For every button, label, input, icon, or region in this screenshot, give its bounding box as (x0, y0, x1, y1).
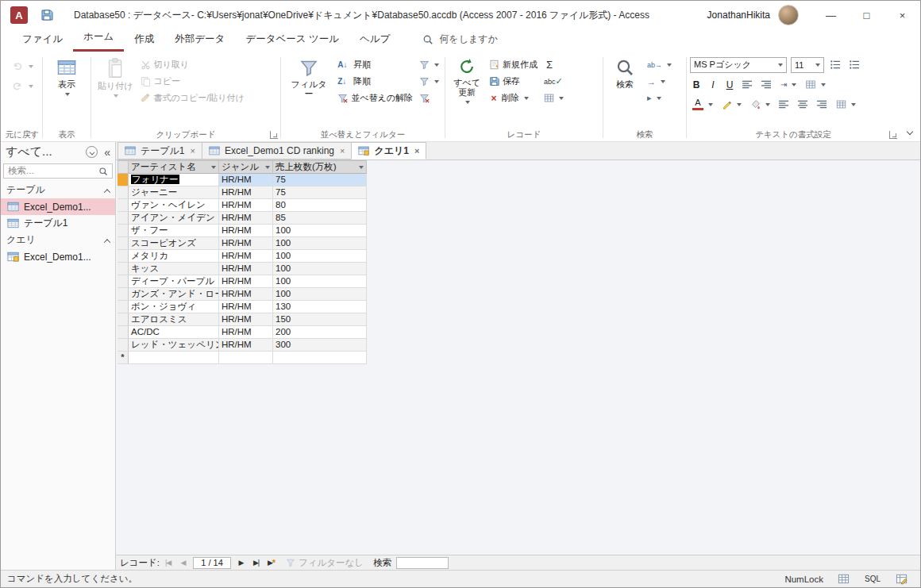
nav-pane-title[interactable]: すべて... (6, 144, 79, 159)
filter-status-button[interactable]: フィルターなし (286, 557, 364, 569)
cut-button[interactable]: 切り取り (138, 56, 247, 73)
bullet-list-button[interactable] (828, 56, 843, 73)
copy-button[interactable]: コピー (138, 73, 247, 90)
table-cell[interactable]: キッス (129, 263, 219, 275)
doc-tab-table1[interactable]: テーブル1 × (118, 142, 202, 159)
record-search-input[interactable] (396, 557, 449, 569)
table-cell[interactable]: 100 (273, 250, 367, 263)
sql-view-button[interactable]: SQL (865, 571, 881, 587)
datasheet-view-button[interactable] (836, 571, 852, 587)
advanced-filter-button[interactable] (417, 73, 441, 90)
last-record-button[interactable]: ▶| (249, 557, 263, 569)
table-cell[interactable]: ボン・ジョヴィ (129, 301, 219, 313)
minimize-button[interactable]: — (813, 1, 849, 29)
new-record-selector[interactable]: * (118, 352, 129, 364)
record-selector[interactable] (118, 288, 129, 301)
column-header-sales[interactable]: 売上枚数(万枚) (273, 160, 367, 174)
text-direction-button[interactable]: ⇥ (778, 76, 799, 93)
underline-button[interactable]: U (723, 79, 736, 90)
table-cell[interactable]: 100 (273, 275, 367, 288)
table-cell[interactable]: HR/HM (219, 326, 273, 339)
table-cell[interactable]: HR/HM (219, 339, 273, 352)
replace-button[interactable]: ab→ (645, 56, 674, 73)
font-color-button[interactable]: A (690, 96, 715, 113)
font-size-combo[interactable]: 11 (791, 57, 824, 73)
clipboard-dialog-launcher[interactable] (270, 131, 278, 139)
redo-button[interactable] (9, 78, 36, 94)
table-cell[interactable]: 100 (273, 237, 367, 250)
table-cell[interactable]: 75 (273, 186, 367, 199)
format-dialog-launcher[interactable] (889, 131, 897, 139)
view-button[interactable]: 表示 (48, 55, 85, 97)
record-selector[interactable] (118, 237, 129, 250)
goto-button[interactable]: → (645, 73, 674, 90)
nav-item-query-excel-demo1[interactable]: Excel_Demo1... (1, 248, 115, 265)
nav-item-table1[interactable]: テーブル1 (1, 215, 115, 232)
align-left-button[interactable] (776, 96, 792, 113)
record-selector[interactable] (118, 275, 129, 288)
increase-indent-button[interactable] (759, 76, 774, 93)
maximize-button[interactable]: □ (849, 1, 884, 29)
nav-item-table-excel-demo1[interactable]: Excel_Demo1... (1, 198, 115, 215)
font-name-combo[interactable]: MS Pゴシック (690, 57, 787, 73)
record-selector[interactable] (118, 339, 129, 352)
gridlines-button[interactable] (803, 76, 828, 93)
table-cell[interactable]: HR/HM (219, 288, 273, 301)
sort-ascending-button[interactable]: A↓ 昇順 (335, 56, 415, 73)
tab-home[interactable]: ホーム (73, 27, 124, 52)
table-cell[interactable]: HR/HM (219, 301, 273, 313)
record-position-box[interactable]: 1 / 14 (193, 557, 231, 569)
table-cell[interactable]: スコーピオンズ (129, 237, 219, 250)
record-selector[interactable] (118, 301, 129, 313)
table-cell[interactable]: HR/HM (219, 225, 273, 237)
record-selector[interactable] (118, 250, 129, 263)
tab-create[interactable]: 作成 (124, 29, 164, 52)
table-cell[interactable]: ジャーニー (129, 186, 219, 199)
close-tab-icon[interactable]: × (414, 146, 419, 156)
nav-section-queries[interactable]: クエリ (1, 232, 115, 248)
close-tab-icon[interactable]: × (191, 146, 195, 156)
table-cell[interactable]: フォリナー (129, 174, 219, 186)
nav-section-tables[interactable]: テーブル (1, 182, 115, 198)
table-cell[interactable]: HR/HM (219, 275, 273, 288)
record-selector[interactable] (118, 326, 129, 339)
tell-me-search[interactable]: 何をしますか (422, 33, 497, 52)
close-button[interactable]: × (884, 1, 920, 29)
delete-record-button[interactable]: × 削除 (487, 90, 540, 106)
record-selector[interactable] (118, 263, 129, 275)
selection-filter-button[interactable] (417, 56, 441, 73)
refresh-all-button[interactable]: すべて更新 (449, 55, 485, 105)
design-view-button[interactable] (893, 571, 909, 587)
table-cell[interactable]: HR/HM (219, 313, 273, 326)
table-cell[interactable]: HR/HM (219, 263, 273, 275)
bold-button[interactable]: B (690, 79, 703, 90)
record-selector[interactable] (118, 225, 129, 237)
record-selector[interactable] (118, 174, 129, 186)
new-blank-record-button[interactable]: ▶* (264, 557, 278, 569)
nav-search-box[interactable]: 検索... (3, 163, 113, 179)
table-cell[interactable]: 100 (273, 225, 367, 237)
decrease-indent-button[interactable] (740, 76, 755, 93)
next-record-button[interactable]: ▶ (234, 557, 248, 569)
save-record-button[interactable]: 保存 (487, 73, 540, 90)
new-record-row[interactable]: * (118, 352, 367, 364)
table-cell[interactable]: HR/HM (219, 212, 273, 225)
table-cell[interactable]: 85 (273, 212, 367, 225)
table-cell[interactable]: HR/HM (219, 237, 273, 250)
find-button[interactable]: 検索 (607, 55, 643, 89)
table-cell[interactable]: HR/HM (219, 186, 273, 199)
number-list-button[interactable] (847, 56, 862, 73)
table-cell[interactable]: 100 (273, 288, 367, 301)
table-cell[interactable]: ディープ・パープル (129, 275, 219, 288)
table-cell[interactable]: レッド・ツェッペリン (129, 339, 219, 352)
new-record-button[interactable]: 新規作成 (487, 56, 540, 73)
table-cell[interactable] (273, 352, 367, 364)
totals-button[interactable]: Σ (541, 56, 566, 73)
table-cell[interactable]: メタリカ (129, 250, 219, 263)
tab-database-tools[interactable]: データベース ツール (235, 29, 349, 52)
save-icon[interactable] (40, 9, 53, 21)
table-cell[interactable]: 130 (273, 301, 367, 313)
table-cell[interactable]: 200 (273, 326, 367, 339)
table-cell[interactable]: HR/HM (219, 174, 273, 186)
table-cell[interactable] (129, 352, 219, 364)
